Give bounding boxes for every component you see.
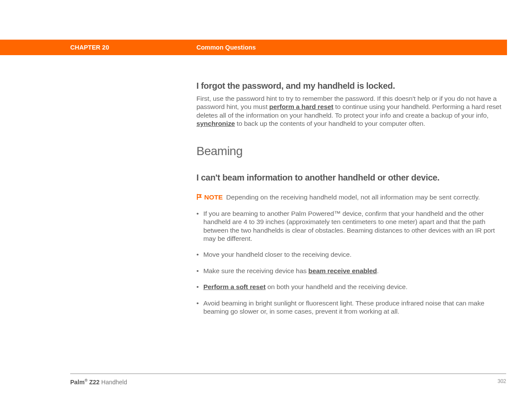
- chapter-header: CHAPTER 20 Common Questions: [0, 40, 507, 55]
- list-item: If you are beaming to another Palm Power…: [196, 209, 507, 243]
- note-label: NOTE: [204, 193, 223, 201]
- topic-heading-password: I forgot the password, and my handheld i…: [196, 81, 507, 91]
- text-fragment: .: [377, 267, 379, 274]
- link-synchronize[interactable]: synchronize: [196, 120, 235, 127]
- topic-heading-beam: I can't beam information to another hand…: [196, 173, 507, 183]
- list-item: Move your handheld closer to the receivi…: [196, 250, 507, 258]
- main-content: I forgot the password, and my handheld i…: [196, 81, 507, 323]
- list-item: Avoid beaming in bright sunlight or fluo…: [196, 299, 507, 316]
- note-callout: NOTEDepending on the receiving handheld …: [196, 193, 507, 202]
- text-fragment: on both your handheld and the receiving …: [265, 283, 408, 290]
- link-beam-receive[interactable]: beam receive enabled: [308, 267, 377, 274]
- flag-icon: [196, 193, 202, 202]
- topic-paragraph-password: First, use the password hint to try to r…: [196, 94, 507, 128]
- section-heading-beaming: Beaming: [196, 144, 507, 158]
- page-number: 302: [498, 378, 506, 384]
- link-soft-reset[interactable]: Perform a soft reset: [203, 283, 265, 290]
- text-fragment: to back up the contents of your handheld…: [235, 120, 425, 127]
- chapter-label: CHAPTER 20: [70, 40, 109, 55]
- text-fragment: Make sure the receiving device has: [203, 267, 308, 274]
- bullet-list: If you are beaming to another Palm Power…: [196, 209, 507, 315]
- note-text: Depending on the receiving handheld mode…: [226, 193, 480, 201]
- footer-brand: Palm: [70, 379, 84, 386]
- section-label: Common Questions: [196, 40, 256, 55]
- list-item: Make sure the receiving device has beam …: [196, 267, 507, 275]
- link-hard-reset[interactable]: perform a hard reset: [269, 103, 333, 110]
- page-footer: Palm® Z22 Handheld 302: [70, 374, 506, 386]
- footer-model: Z22: [87, 379, 100, 386]
- list-item: Perform a soft reset on both your handhe…: [196, 283, 507, 291]
- footer-suffix: Handheld: [100, 379, 127, 386]
